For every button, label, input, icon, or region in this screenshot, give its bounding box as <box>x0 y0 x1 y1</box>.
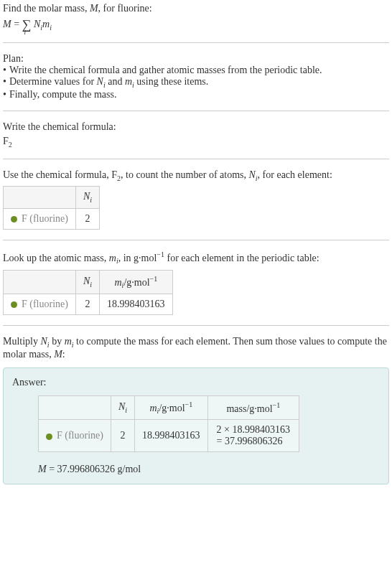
count-mid: , to count the number of atoms, <box>121 169 248 180</box>
formula-eq: = <box>11 19 22 29</box>
header-sup: −1 <box>185 400 193 408</box>
count-N: N <box>248 169 255 180</box>
header-N: N <box>83 276 90 286</box>
header-mass-sup: −1 <box>273 401 281 409</box>
ni-header: Ni <box>111 395 134 419</box>
element-dot-icon <box>11 216 17 222</box>
ni-value: 2 <box>75 209 99 230</box>
formula-mi: i <box>50 24 52 32</box>
table-header-row: Ni mi/g·mol−1 <box>4 270 173 294</box>
intro-text: Find the molar mass, M, for fluorine: <box>3 3 389 14</box>
empty-header <box>4 187 76 209</box>
plan-item-3: • Finally, compute the mass. <box>3 89 389 100</box>
count-table: Ni F (fluorine) 2 <box>3 186 100 230</box>
lookup-mid: , in g·mol <box>118 253 157 263</box>
formula-element: F <box>3 136 9 146</box>
lookup-mass-section: Look up the atomic mass, mi, in g·mol−1 … <box>3 250 389 326</box>
molar-mass-formula: M = ∑i Nimi <box>3 17 389 32</box>
plan2-post: using these items. <box>134 76 208 87</box>
element-name: (fluorine) <box>27 299 68 309</box>
element-symbol: F <box>22 213 27 224</box>
plan2-pre: Determine values for <box>9 76 97 87</box>
ni-value: 2 <box>111 420 134 452</box>
sum-index: i <box>24 29 27 36</box>
header-Ni: i <box>90 281 92 289</box>
element-cell: F (fluorine) <box>4 209 76 230</box>
header-N: N <box>83 191 90 202</box>
formula-lhs: M <box>3 19 11 29</box>
header-unit: /g·mol <box>159 403 185 413</box>
plan-item-3-text: Finally, compute the mass. <box>9 89 117 100</box>
ni-header: Ni <box>75 270 99 294</box>
plan-item-1: • Write the chemical formula and gather … <box>3 65 389 76</box>
plan2-m: m <box>125 76 132 87</box>
element-dot-icon <box>11 301 17 308</box>
element-dot-icon <box>46 434 52 440</box>
header-N: N <box>118 401 125 412</box>
intro-section: Find the molar mass, M, for fluorine: M … <box>3 3 389 43</box>
bullet-icon: • <box>3 65 6 76</box>
element-symbol: F <box>57 430 62 441</box>
header-m: m <box>149 403 157 413</box>
formula-m: m <box>42 19 50 29</box>
header-Ni: i <box>125 406 127 414</box>
count-atoms-section: Use the chemical formula, F2, to count t… <box>3 169 389 241</box>
element-name: (fluorine) <box>62 430 103 441</box>
formula-N: N <box>34 19 40 29</box>
mi-value: 18.998403163 <box>100 294 173 315</box>
bullet-icon: • <box>3 76 6 88</box>
chemical-formula-title: Write the chemical formula: <box>3 121 389 133</box>
chemical-formula-value: F2 <box>3 136 389 149</box>
intro-pre: Find the molar mass, <box>3 3 90 14</box>
header-sup: −1 <box>150 275 158 283</box>
mass-header: mass/g·mol−1 <box>207 395 299 419</box>
plan-item-1-text: Write the chemical formula and gather at… <box>9 65 322 76</box>
count-pre: Use the chemical formula, F <box>3 169 117 180</box>
empty-header <box>4 270 76 294</box>
answer-label: Answer: <box>12 377 380 388</box>
chemical-formula-section: Write the chemical formula: F2 <box>3 121 389 159</box>
plan-item-2-text: Determine values for Ni and mi using the… <box>9 76 208 89</box>
table-row: F (fluorine) 2 <box>4 209 100 230</box>
answer-table: Ni mi/g·mol−1 mass/g·mol−1 F (fluorine) … <box>38 395 299 452</box>
mult-N: N <box>41 336 47 347</box>
lookup-pre: Look up the atomic mass, <box>3 253 109 263</box>
answer-box: Answer: Ni mi/g·mol−1 mass/g·mol−1 F (fl… <box>3 367 389 484</box>
element-cell: F (fluorine) <box>4 294 76 315</box>
lookup-table: Ni mi/g·mol−1 F (fluorine) 2 18.99840316… <box>3 270 173 315</box>
bullet-icon: • <box>3 89 6 100</box>
mi-header: mi/g·mol−1 <box>135 395 208 419</box>
element-name: (fluorine) <box>27 213 68 224</box>
header-m: m <box>114 276 121 287</box>
table-row: F (fluorine) 2 18.998403163 <box>4 294 173 315</box>
final-eq: = 37.996806326 g/mol <box>47 464 141 474</box>
count-text: Use the chemical formula, F2, to count t… <box>3 169 389 182</box>
plan2-mid: and <box>106 76 125 87</box>
table-row: F (fluorine) 2 18.998403163 2 × 18.99840… <box>39 420 299 452</box>
element-symbol: F <box>22 299 27 309</box>
table-header-row: Ni <box>4 187 100 209</box>
ni-header: Ni <box>75 187 99 209</box>
mult-M: M <box>54 349 62 360</box>
mass-line1: 2 × 18.998403163 <box>217 424 290 436</box>
lookup-m: m <box>109 253 116 263</box>
plan2-N: N <box>97 76 103 87</box>
mi-header: mi/g·mol−1 <box>100 270 173 294</box>
mass-line2: = 37.996806326 <box>217 436 290 447</box>
mult-mid: by <box>50 336 65 347</box>
final-var: M <box>38 464 47 474</box>
count-post: , for each element: <box>258 169 332 180</box>
formula-subscript: 2 <box>9 141 12 149</box>
multiply-text: Multiply Ni by mi to compute the mass fo… <box>3 336 389 360</box>
header-Ni: i <box>90 196 92 204</box>
empty-header <box>39 395 111 419</box>
table-header-row: Ni mi/g·mol−1 mass/g·mol−1 <box>39 395 299 419</box>
plan-section: Plan: • Write the chemical formula and g… <box>3 53 389 111</box>
element-cell: F (fluorine) <box>39 420 111 452</box>
lookup-post: for each element in the periodic table: <box>164 253 319 263</box>
plan-item-2: • Determine values for Ni and mi using t… <box>3 76 389 89</box>
intro-var-M: M <box>90 3 98 14</box>
mi-value: 18.998403163 <box>135 420 208 452</box>
header-unit: /g·mol <box>123 276 149 287</box>
lookup-text: Look up the atomic mass, mi, in g·mol−1 … <box>3 250 389 265</box>
